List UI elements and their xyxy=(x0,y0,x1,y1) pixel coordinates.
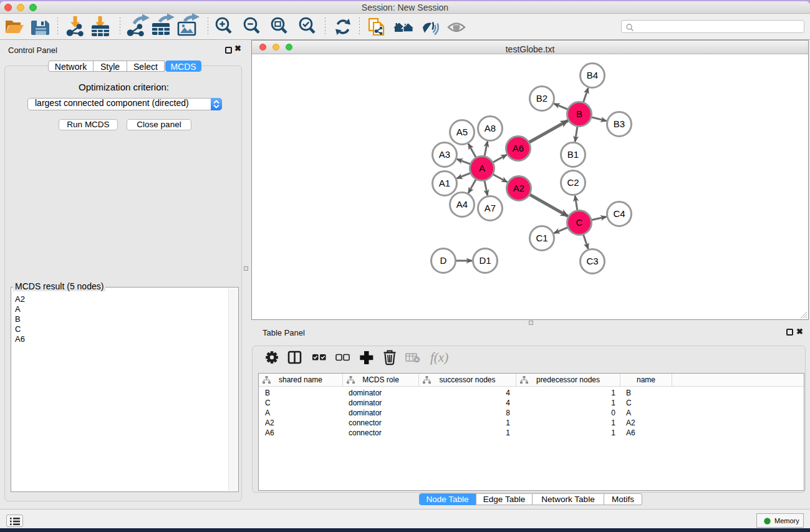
svg-text:B3: B3 xyxy=(613,118,624,129)
svg-text:C4: C4 xyxy=(613,208,625,219)
svg-text:C3: C3 xyxy=(586,256,598,266)
svg-text:A4: A4 xyxy=(456,199,467,210)
svg-text:A1: A1 xyxy=(438,178,450,188)
svg-text:D: D xyxy=(440,255,446,266)
svg-text:B2: B2 xyxy=(536,93,547,104)
svg-text:B4: B4 xyxy=(586,70,597,80)
svg-text:A2: A2 xyxy=(513,183,524,193)
svg-text:D1: D1 xyxy=(479,255,491,266)
svg-text:A6: A6 xyxy=(512,143,523,153)
svg-text:A3: A3 xyxy=(438,149,450,160)
svg-text:C: C xyxy=(576,217,582,228)
svg-text:C1: C1 xyxy=(536,233,547,243)
svg-text:A: A xyxy=(478,163,485,173)
svg-text:A8: A8 xyxy=(484,123,495,133)
svg-text:C2: C2 xyxy=(567,177,579,188)
svg-text:A5: A5 xyxy=(456,127,467,137)
svg-text:f(x): f(x) xyxy=(430,350,448,365)
svg-text:B1: B1 xyxy=(567,149,578,160)
svg-text:A7: A7 xyxy=(484,203,495,213)
svg-text:B: B xyxy=(576,109,582,119)
